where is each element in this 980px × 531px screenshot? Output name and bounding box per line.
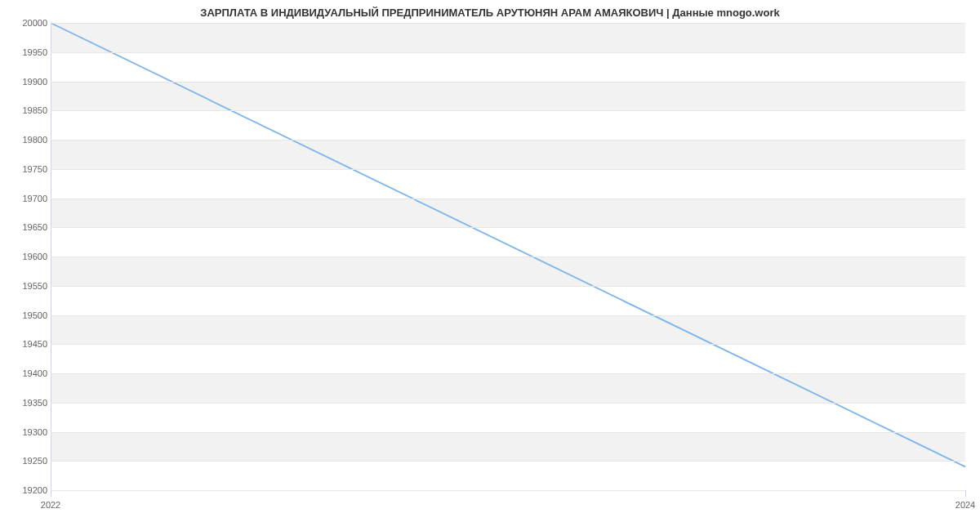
y-gridline (51, 490, 965, 491)
y-tick-label: 19650 (3, 222, 47, 232)
y-tick-label: 19350 (3, 398, 47, 408)
y-tick-label: 19300 (3, 427, 47, 437)
x-tick-label: 2024 (956, 500, 975, 510)
y-gridline (51, 227, 965, 228)
y-tick-label: 19600 (3, 252, 47, 261)
y-gridline (51, 461, 965, 462)
y-gridline (51, 403, 965, 404)
y-tick-label: 19200 (3, 485, 47, 495)
y-gridline (51, 82, 965, 83)
y-gridline (51, 23, 965, 24)
y-tick-label: 20000 (3, 18, 47, 28)
y-gridline (51, 140, 965, 141)
y-tick-label: 19250 (3, 456, 47, 466)
y-tick-label: 19550 (3, 281, 47, 291)
y-tick-label: 19750 (3, 164, 47, 174)
y-tick-label: 19450 (3, 339, 47, 349)
y-tick-label: 19700 (3, 194, 47, 203)
y-gridline (51, 52, 965, 53)
x-tick (51, 490, 51, 497)
y-gridline (51, 169, 965, 170)
y-gridline (51, 432, 965, 433)
y-gridline (51, 286, 965, 287)
y-tick-label: 19400 (3, 368, 47, 378)
y-tick-label: 19500 (3, 310, 47, 320)
y-gridline (51, 199, 965, 199)
line-chart: ЗАРПЛАТА В ИНДИВИДУАЛЬНЫЙ ПРЕДПРИНИМАТЕЛ… (0, 0, 980, 531)
y-gridline (51, 344, 965, 345)
y-gridline (51, 257, 965, 257)
y-gridline (51, 110, 965, 111)
x-tick-label: 2022 (41, 500, 60, 510)
x-tick (965, 490, 966, 497)
y-gridline (51, 373, 965, 374)
y-tick-label: 19950 (3, 47, 47, 57)
chart-title: ЗАРПЛАТА В ИНДИВИДУАЛЬНЫЙ ПРЕДПРИНИМАТЕЛ… (0, 7, 980, 19)
y-tick-label: 19900 (3, 77, 47, 87)
plot-area (51, 23, 965, 490)
y-tick-label: 19800 (3, 135, 47, 145)
series-line (51, 23, 965, 466)
y-tick-label: 19850 (3, 105, 47, 115)
y-gridline (51, 315, 965, 316)
